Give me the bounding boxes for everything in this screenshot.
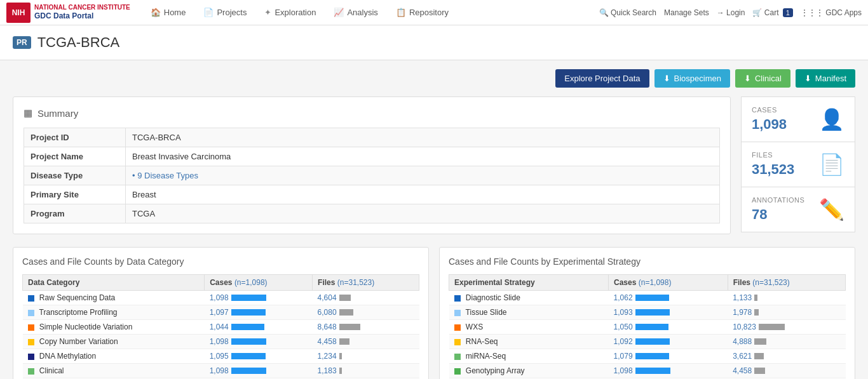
gdc-label: GDC Data Portal [34,11,130,22]
files-cell: 10,823 [728,320,845,335]
files-link[interactable]: 4,458 [318,337,337,346]
logo-text: NATIONAL CANCER INSTITUTE GDC Data Porta… [34,3,130,22]
files-cell: 8,648 [313,320,419,335]
list-item: Copy Number Variation 1,098 4,458 [23,335,419,349]
cases-bar [231,295,266,301]
strategy-label: RNA-Seq [449,335,609,349]
files-stat-info: FILES 31,523 [752,151,794,178]
cases-link[interactable]: 1,093 [614,308,633,317]
file-icon: 📄 [819,152,844,176]
main-content: ▦ Summary Project ID TCGA-BRCA Project N… [0,96,868,247]
files-link[interactable]: 1,234 [318,352,337,361]
files-link[interactable]: 4,458 [733,366,752,375]
files-bar [759,324,785,330]
strategy-color-dot [454,310,461,316]
cases-cell: 1,098 [205,291,313,305]
files-value[interactable]: 31,523 [752,161,794,177]
files-link[interactable]: 1,133 [733,293,752,302]
cases-link[interactable]: 1,098 [614,366,633,375]
files-bar [754,338,766,345]
cases-bar-container: 1,098 [210,337,308,346]
cases-bar [635,295,669,301]
manage-sets-link[interactable]: Manage Sets [664,8,709,17]
cases-bar [231,353,266,359]
files-cell: 1,133 [728,291,845,305]
strategy-color-dot [454,354,461,360]
value-primary-site: Breast [126,185,720,204]
cases-cell: 1,062 [609,291,728,305]
files-cell: 1,978 [728,305,845,320]
files-bar-container: 1,978 [733,308,840,317]
col-cases2-link[interactable]: (n=1,098) [639,278,672,287]
list-item: Tissue Slide 1,093 1,978 [449,305,846,320]
explore-project-button[interactable]: Explore Project Data [555,69,649,88]
col-cases2: Cases (n=1,098) [609,275,728,291]
clinical-button[interactable]: ⬇ Clinical [735,69,790,88]
cases-link[interactable]: 1,044 [210,322,229,331]
col-files2-link[interactable]: (n=31,523) [752,278,789,287]
table-row: Project Name Breast Invasive Carcinoma [24,147,720,166]
files-link[interactable]: 8,648 [318,322,337,331]
category-color-dot [28,339,34,345]
cases-link[interactable]: 1,050 [614,322,633,331]
cases-link[interactable]: 1,098 [210,337,229,346]
files-bar [339,368,342,374]
chart1-title: Cases and File Counts by Data Category [22,256,419,267]
cases-link[interactable]: 1,098 [210,366,229,375]
biospecimen-button[interactable]: ⬇ Biospecimen [654,69,730,88]
cases-link[interactable]: 1,092 [614,337,633,346]
cases-bar-container: 1,098 [210,366,308,375]
col-cases-link[interactable]: (n=1,098) [234,278,268,287]
files-link[interactable]: 1,183 [318,366,337,375]
list-item: Simple Nucleotide Variation 1,044 8,648 [23,320,419,335]
files-link[interactable]: 3,621 [733,352,752,361]
files-link[interactable]: 6,080 [318,308,337,317]
manifest-button[interactable]: ⬇ Manifest [796,69,855,88]
cases-link[interactable]: 1,098 [210,293,229,302]
strategy-label: Diagnostic Slide [449,291,609,305]
col-files2: Files (n=31,523) [728,275,845,291]
cases-link[interactable]: 1,097 [210,308,229,317]
strategy-label: miRNA-Seq [449,349,609,364]
cases-stat-card: CASES 1,098 👤 [741,96,855,142]
cases-bar [635,338,670,345]
logo-area: NIH NATIONAL CANCER INSTITUTE GDC Data P… [6,3,130,23]
nav-projects[interactable]: 📄Projects [196,0,254,25]
chart2-table: Experimental Strategy Cases (n=1,098) Fi… [449,274,846,379]
files-link[interactable]: 4,888 [733,337,752,346]
col-files-link[interactable]: (n=31,523) [337,278,374,287]
cases-value[interactable]: 1,098 [752,116,787,132]
strategy-label: Tissue Slide [449,305,609,320]
category-color-dot [28,354,34,360]
cases-bar-container: 1,079 [614,352,723,361]
label-program: Program [24,204,126,223]
list-item: Clinical 1,098 1,183 [23,364,419,378]
files-cell: 3,621 [728,349,845,364]
nav-repository[interactable]: 📋Repository [388,0,456,25]
disease-types-link[interactable]: • 9 Disease Types [132,171,198,180]
files-link[interactable]: 4,604 [318,293,337,302]
strategy-label: WXS [449,320,609,335]
cases-link[interactable]: 1,079 [614,352,633,361]
cases-link[interactable]: 1,095 [210,352,229,361]
files-link[interactable]: 10,823 [733,322,756,331]
nav-analysis[interactable]: 📈Analysis [326,0,385,25]
login-link[interactable]: → Login [717,8,745,17]
charts-section: Cases and File Counts by Data Category D… [0,247,868,379]
nav-home[interactable]: 🏠Home [143,0,194,25]
files-link[interactable]: 1,978 [733,308,752,317]
annotations-value[interactable]: 78 [752,206,767,222]
files-bar [339,295,351,301]
cases-bar-container: 1,044 [210,322,308,331]
gdc-apps-link[interactable]: ⋮⋮⋮ GDC Apps [801,8,862,17]
cases-link[interactable]: 1,062 [614,293,633,302]
chart-experimental-strategy: Cases and File Counts by Experimental St… [439,247,855,379]
quick-search-link[interactable]: 🔍 Quick Search [599,8,656,17]
list-item: RNA-Seq 1,092 4,888 [449,335,846,349]
edit-icon: ✏️ [819,197,844,222]
cart-link[interactable]: 🛒 Cart 1 [752,8,792,17]
list-item: DNA Methylation 1,095 1,234 [23,349,419,364]
nav-exploration[interactable]: ✦Exploration [257,0,323,25]
summary-table: Project ID TCGA-BRCA Project Name Breast… [24,128,720,223]
nih-label: NIH [12,8,25,17]
